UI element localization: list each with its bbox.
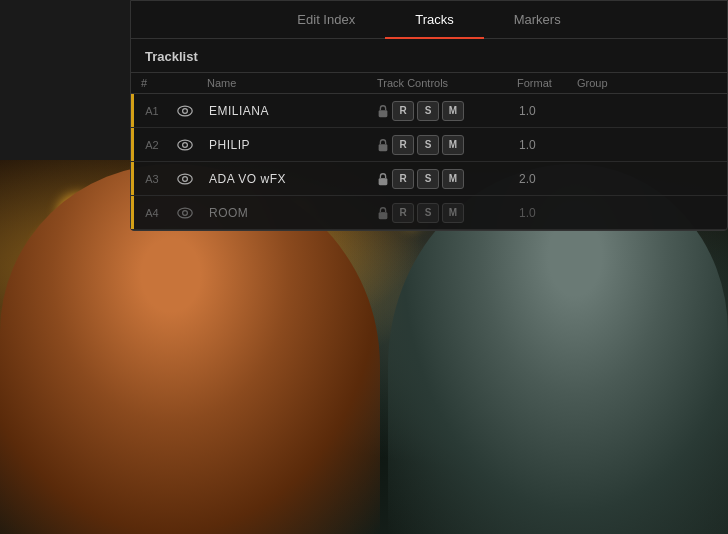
col-format: Format xyxy=(513,77,573,89)
table-row: A1 EMILIANA R S M 1.0 xyxy=(131,94,727,128)
solo-btn[interactable]: S xyxy=(417,169,439,189)
svg-point-7 xyxy=(183,176,188,181)
svg-rect-9 xyxy=(381,178,385,182)
row-number: A1 xyxy=(137,105,167,117)
track-controls: R S M xyxy=(373,203,513,223)
row-number: A4 xyxy=(137,207,167,219)
lock-icon xyxy=(377,104,389,118)
col-num: # xyxy=(137,77,167,89)
svg-point-11 xyxy=(183,210,188,215)
col-name: Name xyxy=(203,77,373,89)
record-btn[interactable]: R xyxy=(392,169,414,189)
tab-markers[interactable]: Markers xyxy=(484,1,591,39)
track-controls: R S M xyxy=(373,101,513,121)
svg-point-1 xyxy=(183,108,188,113)
svg-point-0 xyxy=(178,106,192,116)
tab-edit-index[interactable]: Edit Index xyxy=(267,1,385,39)
indicator-bar xyxy=(131,94,134,127)
indicator-bar xyxy=(131,162,134,195)
lock-icon-locked xyxy=(377,206,389,220)
track-format: 1.0 xyxy=(513,104,573,118)
svg-rect-5 xyxy=(379,144,388,151)
eye-icon xyxy=(177,171,193,187)
ui-panel: Edit Index Tracks Markers Tracklist # Na… xyxy=(130,0,728,231)
solo-btn[interactable]: S xyxy=(417,135,439,155)
mute-btn[interactable]: M xyxy=(442,135,464,155)
visibility-toggle[interactable] xyxy=(167,205,203,221)
record-btn[interactable]: R xyxy=(392,101,414,121)
solo-btn[interactable]: S xyxy=(417,203,439,223)
table-header-row: # Name Track Controls Format Group xyxy=(131,73,727,94)
indicator-bar xyxy=(131,128,134,161)
track-controls: R S M xyxy=(373,169,513,189)
eye-icon xyxy=(177,205,193,221)
tracks-table: # Name Track Controls Format Group A1 EM… xyxy=(131,73,727,230)
solo-btn[interactable]: S xyxy=(417,101,439,121)
table-row: A3 ADA VO wFX R S M 2.0 xyxy=(131,162,727,196)
track-name: ADA VO wFX xyxy=(203,172,373,186)
svg-rect-13 xyxy=(381,212,385,216)
row-number: A2 xyxy=(137,139,167,151)
eye-icon xyxy=(177,103,193,119)
mute-btn[interactable]: M xyxy=(442,203,464,223)
lock-icon xyxy=(377,138,389,152)
track-format: 2.0 xyxy=(513,172,573,186)
col-group: Group xyxy=(573,77,633,89)
visibility-toggle[interactable] xyxy=(167,103,203,119)
col-controls: Track Controls xyxy=(373,77,513,89)
mute-btn[interactable]: M xyxy=(442,169,464,189)
table-row: A4 ROOM R S M 1.0 xyxy=(131,196,727,230)
svg-point-6 xyxy=(178,174,192,184)
track-format: 1.0 xyxy=(513,138,573,152)
row-number: A3 xyxy=(137,173,167,185)
table-row: A2 PHILIP R S M 1.0 xyxy=(131,128,727,162)
tab-bar: Edit Index Tracks Markers xyxy=(131,1,727,39)
track-format: 1.0 xyxy=(513,206,573,220)
record-btn[interactable]: R xyxy=(392,135,414,155)
mute-btn[interactable]: M xyxy=(442,101,464,121)
svg-rect-2 xyxy=(379,110,388,117)
track-name: PHILIP xyxy=(203,138,373,152)
visibility-toggle[interactable] xyxy=(167,137,203,153)
tracklist-title: Tracklist xyxy=(131,39,727,73)
svg-point-10 xyxy=(178,208,192,218)
track-name: EMILIANA xyxy=(203,104,373,118)
visibility-toggle[interactable] xyxy=(167,171,203,187)
eye-icon xyxy=(177,137,193,153)
track-name: ROOM xyxy=(203,206,373,220)
record-btn[interactable]: R xyxy=(392,203,414,223)
tab-tracks[interactable]: Tracks xyxy=(385,1,484,39)
track-controls: R S M xyxy=(373,135,513,155)
svg-point-3 xyxy=(178,140,192,150)
indicator-bar xyxy=(131,196,134,229)
lock-icon-locked xyxy=(377,172,389,186)
svg-point-4 xyxy=(183,142,188,147)
